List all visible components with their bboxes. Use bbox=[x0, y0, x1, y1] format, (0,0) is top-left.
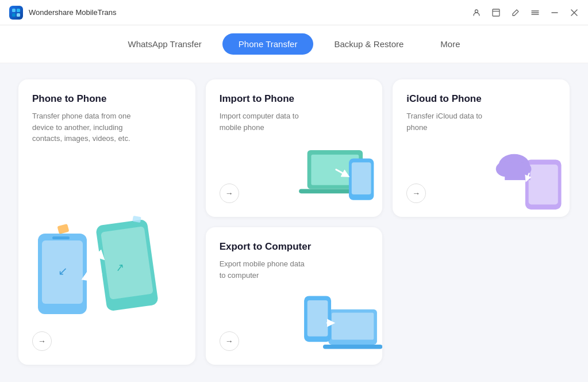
card-import-title: Import to Phone bbox=[220, 93, 369, 105]
svg-text:↗: ↗ bbox=[115, 261, 125, 274]
card-import-arrow[interactable]: → bbox=[220, 184, 239, 203]
card-import-to-phone: Import to Phone Import computer data to … bbox=[206, 79, 383, 217]
tab-whatsapp-transfer[interactable]: WhatsApp Transfer bbox=[112, 33, 217, 55]
svg-point-4 bbox=[475, 10, 478, 13]
edit-icon[interactable] bbox=[511, 8, 520, 17]
card-export-to-computer: Export to Computer Export mobile phone d… bbox=[206, 227, 383, 365]
menu-icon[interactable] bbox=[531, 8, 540, 17]
card-export-desc: Export mobile phone data to computer bbox=[220, 258, 312, 281]
svg-rect-28 bbox=[529, 165, 558, 204]
card-phone-to-phone: Phone to Phone Transfer phone data from … bbox=[18, 79, 195, 365]
titlebar-controls bbox=[472, 8, 579, 17]
minimize-button[interactable] bbox=[550, 8, 559, 17]
import-illustration bbox=[296, 133, 382, 211]
tab-phone-transfer[interactable]: Phone Transfer bbox=[222, 33, 314, 55]
svg-rect-17 bbox=[101, 226, 153, 299]
card-icloud-to-phone: iCloud to Phone Transfer iCloud data to … bbox=[393, 79, 570, 217]
card-phone-to-phone-desc: Transfer phone data from one device to a… bbox=[32, 110, 147, 144]
app-icon bbox=[9, 6, 23, 20]
svg-rect-15 bbox=[52, 236, 70, 239]
card-import-desc: Import computer data to mobile phone bbox=[220, 110, 312, 133]
card-phone-to-phone-arrow[interactable]: → bbox=[32, 331, 52, 351]
svg-rect-34 bbox=[308, 300, 328, 337]
svg-rect-1 bbox=[17, 9, 20, 12]
svg-rect-5 bbox=[493, 9, 499, 16]
tab-more[interactable]: More bbox=[424, 33, 476, 55]
card-phone-to-phone-title: Phone to Phone bbox=[32, 93, 182, 105]
svg-rect-0 bbox=[12, 9, 16, 12]
window-icon[interactable] bbox=[491, 8, 501, 17]
svg-rect-37 bbox=[323, 345, 382, 349]
card-export-title: Export to Computer bbox=[220, 241, 369, 253]
svg-rect-18 bbox=[57, 224, 69, 234]
close-button[interactable] bbox=[570, 8, 579, 17]
card-icloud-title: iCloud to Phone bbox=[406, 93, 556, 105]
svg-rect-2 bbox=[12, 13, 16, 17]
tab-backup-restore[interactable]: Backup & Restore bbox=[318, 33, 420, 55]
phone-to-phone-illustration: ↙ ↗ bbox=[26, 199, 187, 331]
card-icloud-arrow[interactable]: → bbox=[406, 184, 426, 203]
svg-text:↙: ↙ bbox=[58, 265, 68, 277]
export-illustration bbox=[296, 281, 382, 362]
app-title: Wondershare MobileTrans bbox=[29, 8, 116, 17]
titlebar: Wondershare MobileTrans bbox=[0, 0, 588, 25]
svg-rect-3 bbox=[17, 13, 20, 17]
nav-bar: WhatsApp Transfer Phone Transfer Backup … bbox=[0, 25, 588, 63]
icloud-illustration bbox=[489, 135, 570, 212]
main-content: Phone to Phone Transfer phone data from … bbox=[0, 63, 588, 381]
card-export-arrow[interactable]: → bbox=[220, 331, 239, 351]
svg-rect-26 bbox=[352, 162, 371, 194]
account-icon[interactable] bbox=[472, 8, 481, 17]
card-icloud-desc: Transfer iCloud data to phone bbox=[406, 110, 493, 133]
svg-rect-36 bbox=[332, 313, 374, 340]
titlebar-left: Wondershare MobileTrans bbox=[9, 6, 116, 20]
